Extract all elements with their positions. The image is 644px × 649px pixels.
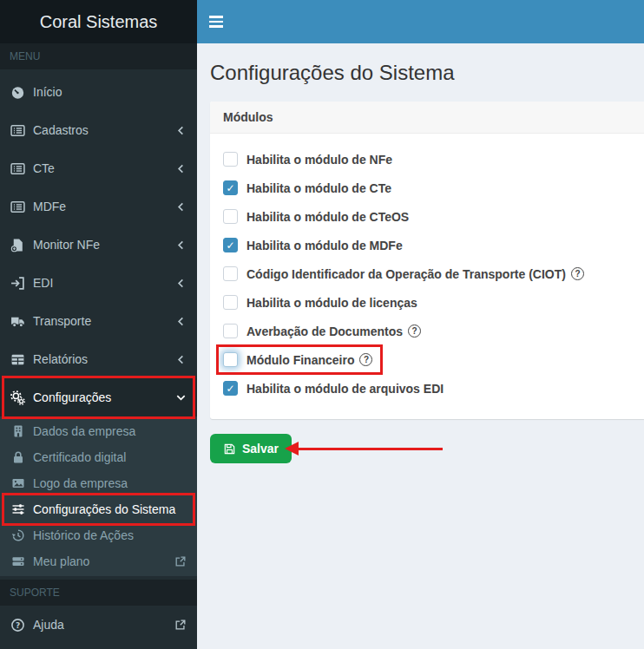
panel-body: Habilita o módulo de NFe Habilita o módu… (210, 134, 644, 419)
content: Configurações do Sistema Módulos Habilit… (197, 43, 644, 476)
arrow-line (296, 448, 443, 450)
sidebar-item-label: Cadastros (33, 123, 89, 137)
checkbox-label[interactable]: Habilita o módulo de NFe (246, 153, 392, 167)
sidebar-item-relatorios[interactable]: Relatórios (0, 340, 197, 378)
checkbox-label[interactable]: Averbação de Documentos (246, 324, 403, 338)
checkbox-label[interactable]: Módulo Financeiro (246, 353, 354, 367)
checkbox-label[interactable]: Habilita o módulo de MDFe (246, 239, 403, 252)
submenu-item-meu-plano[interactable]: Meu plano (0, 548, 197, 574)
history-icon (11, 528, 25, 542)
annotation-arrow (285, 442, 443, 456)
configuracoes-submenu: Dados da empresa Certificado digital Log… (0, 416, 197, 576)
sidebar-item-ajuda[interactable]: ? Ajuda (0, 606, 197, 644)
checkbox-ciot[interactable] (223, 266, 238, 281)
module-row-cteos: Habilita o módulo de CTeOS (223, 209, 409, 224)
question-circle-icon: ? (10, 618, 25, 633)
sidebar: Coral Sistemas MENU Início Cadastros CTe… (0, 0, 197, 649)
sidebar-item-label: Início (33, 85, 62, 99)
module-row-nfe: Habilita o módulo de NFe (223, 152, 392, 167)
save-button[interactable]: Salvar (210, 434, 292, 463)
main-area: Configurações do Sistema Módulos Habilit… (197, 0, 644, 649)
list-icon (10, 161, 25, 176)
sidebar-item-label: Monitor NFe (33, 238, 100, 252)
sidebar-item-edi[interactable]: EDI (0, 264, 197, 302)
brand-logo[interactable]: Coral Sistemas (0, 0, 197, 43)
save-icon (223, 442, 236, 456)
image-icon (11, 476, 25, 490)
checkbox-arquivos-edi[interactable] (223, 381, 238, 396)
checkbox-label[interactable]: Habilita o módulo de CTe (246, 181, 391, 195)
chevron-left-icon (175, 278, 187, 289)
building-icon (11, 424, 25, 438)
topbar (197, 0, 644, 43)
page-title: Configurações do Sistema (210, 61, 631, 85)
module-row-ciot: Código Identificador da Operação de Tran… (223, 266, 584, 281)
gears-icon (10, 390, 25, 405)
sidebar-item-label: Transporte (33, 314, 91, 328)
module-row-cte: Habilita o módulo de CTe (223, 180, 391, 195)
sidebar-toggle-button[interactable] (197, 4, 235, 39)
checkbox-label[interactable]: Habilita o módulo de arquivos EDI (246, 382, 444, 396)
chevron-left-icon (175, 201, 187, 213)
submenu-item-configuracoes-do-sistema[interactable]: Configurações do Sistema (0, 496, 197, 522)
checkbox-label[interactable]: Código Identificador da Operação de Tran… (246, 267, 566, 281)
sidebar-item-mdfe[interactable]: MDFe (0, 187, 197, 226)
modules-panel: Módulos Habilita o módulo de NFe Habilit… (210, 102, 644, 419)
submenu-item-certificado-digital[interactable]: Certificado digital (0, 444, 197, 470)
module-row-averbacao: Averbação de Documentos (223, 324, 421, 338)
submenu-item-label: Logo da empresa (33, 476, 128, 490)
table-icon (10, 352, 25, 367)
sidebar-item-monitor-nfe[interactable]: Monitor NFe (0, 226, 197, 264)
submenu-item-label: Histórico de Ações (33, 528, 134, 542)
checkbox-financeiro[interactable] (223, 352, 238, 367)
sidebar-item-inicio[interactable]: Início (0, 73, 197, 111)
sign-in-icon (10, 276, 25, 291)
checkbox-mdfe[interactable] (223, 238, 238, 252)
sidebar-item-label: MDFe (33, 200, 66, 213)
sidebar-item-label: Ajuda (33, 618, 64, 632)
submenu-item-label: Meu plano (33, 554, 89, 568)
checkbox-cte[interactable] (223, 180, 238, 195)
chevron-left-icon (175, 163, 187, 174)
submenu-item-logo-da-empresa[interactable]: Logo da empresa (0, 470, 197, 496)
help-icon[interactable] (359, 353, 372, 366)
sidebar-item-configuracoes[interactable]: Configurações (0, 378, 197, 416)
save-button-label: Salvar (242, 442, 279, 456)
checkbox-nfe[interactable] (223, 152, 238, 167)
checkbox-averbacao[interactable] (223, 324, 238, 338)
list-icon (10, 123, 25, 138)
checkbox-label[interactable]: Habilita o módulo de licenças (246, 296, 417, 310)
submenu-item-label: Dados da empresa (33, 424, 135, 438)
sidebar-section-menu: MENU (0, 43, 197, 69)
sidebar-item-cadastros[interactable]: Cadastros (0, 111, 197, 149)
truck-icon (10, 314, 25, 329)
checkbox-label[interactable]: Habilita o módulo de CTeOS (246, 210, 409, 224)
help-icon[interactable] (571, 267, 584, 280)
sidebar-item-label: Configurações (33, 390, 111, 404)
sidebar-item-cte[interactable]: CTe (0, 149, 197, 187)
module-row-licencas: Habilita o módulo de licenças (223, 295, 417, 310)
module-row-arquivos-edi: Habilita o módulo de arquivos EDI (223, 381, 444, 396)
svg-text:?: ? (16, 620, 20, 629)
sidebar-item-label: Relatórios (33, 352, 88, 366)
file-plus-icon (10, 238, 25, 252)
submenu-item-dados-da-empresa[interactable]: Dados da empresa (0, 418, 197, 444)
module-row-mdfe: Habilita o módulo de MDFe (223, 238, 403, 252)
sidebar-nav: Início Cadastros CTe MDFe Monitor NFe ED… (0, 69, 197, 644)
chevron-left-icon (175, 354, 187, 365)
list-icon (10, 200, 25, 214)
submenu-item-historico-de-acoes[interactable]: Histórico de Ações (0, 522, 197, 548)
chevron-left-icon (175, 125, 187, 136)
submenu-item-label: Configurações do Sistema (33, 502, 175, 516)
sidebar-item-label: CTe (33, 161, 55, 175)
server-icon (11, 554, 25, 568)
help-icon[interactable] (408, 324, 421, 338)
panel-title: Módulos (210, 102, 644, 134)
sidebar-item-transporte[interactable]: Transporte (0, 302, 197, 340)
checkbox-licencas[interactable] (223, 295, 238, 310)
checkbox-cteos[interactable] (223, 209, 238, 224)
tachometer-icon (10, 85, 25, 100)
chevron-left-icon (175, 239, 187, 251)
submenu-item-label: Certificado digital (33, 450, 126, 464)
module-row-financeiro: Módulo Financeiro (223, 352, 372, 367)
